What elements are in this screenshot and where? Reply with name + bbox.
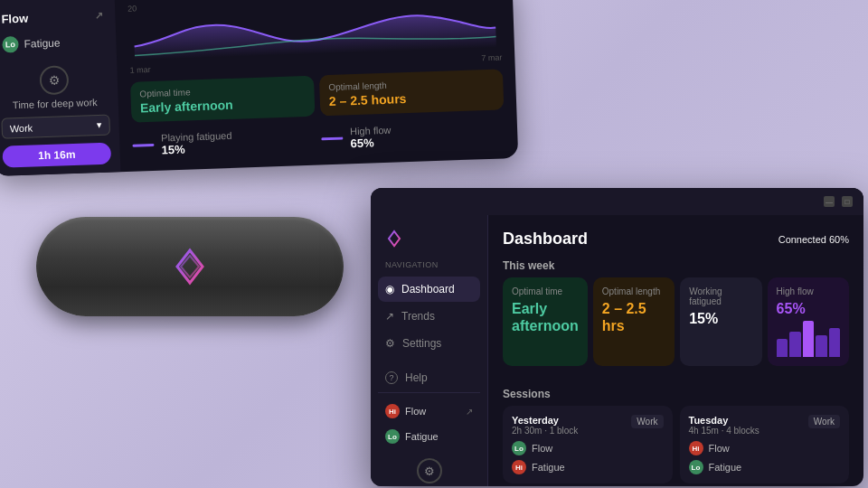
tl-high-flow: High flow 65% xyxy=(321,117,505,155)
bar-4 xyxy=(816,335,826,357)
tag-label-flow-0: Flow xyxy=(532,443,552,454)
week-card-optimal-time: Optimal time Early afternoon xyxy=(503,277,588,366)
sessions-label: Sessions xyxy=(503,388,849,400)
wc-val-3: 65% xyxy=(777,300,840,317)
tl-fatigue-label: Fatigue xyxy=(24,36,60,50)
tl-chart-mar-left: 1 mar xyxy=(129,65,150,75)
wc-val-1: 2 – 2.5 hrs xyxy=(602,300,665,334)
sidebar-deep-work-section: ⚙ Time for deep work xyxy=(378,451,480,486)
sidebar-flow-section: Hi Flow ↗ Lo Fatigue ⚙ Time for deep wor… xyxy=(378,392,480,486)
session-yesterday-date-block: Yesterday 2h 30m · 1 block xyxy=(512,415,578,436)
bar-3 xyxy=(803,321,814,357)
wc-label-3: High flow xyxy=(777,286,840,296)
tl-time-badge: 1h 16m xyxy=(2,143,111,168)
tl-fatigue-row: Lo Fatigue xyxy=(0,32,108,55)
sidebar-trends-label: Trends xyxy=(401,310,435,323)
week-cards-grid: Optimal time Early afternoon Optimal len… xyxy=(503,277,849,366)
tl-high-flow-val: 65% xyxy=(350,136,392,151)
tag-label-fatigue-0: Fatigue xyxy=(532,462,565,473)
session-tuesday-meta: 4h 15m · 4 blocks xyxy=(689,426,760,436)
sidebar-help-row[interactable]: ? Help xyxy=(378,365,480,390)
headband-shape xyxy=(36,217,344,316)
sidebar-item-trends[interactable]: ↗ Trends xyxy=(378,304,480,329)
sidebar-nav-label: Navigation xyxy=(378,257,480,275)
tl-optimal-length-card: Optimal length 2 – 2.5 hours xyxy=(319,69,504,116)
tl-chart-label-right: 0 xyxy=(495,0,500,1)
tag-avatar-hi-1: Hi xyxy=(689,441,703,455)
app-titlebar: — □ xyxy=(371,188,863,215)
tl-fatigue-avatar: Lo xyxy=(2,36,19,53)
trends-icon: ↗ xyxy=(385,310,394,323)
tl-line-purple-2 xyxy=(321,137,343,141)
sessions-section: Sessions Yesterday 2h 30m · 1 block Work xyxy=(503,388,849,486)
app-main: Dashboard Connected 60% This week Optima… xyxy=(488,215,863,486)
connected-val: 60% xyxy=(829,234,849,245)
minimize-button[interactable]: — xyxy=(824,196,835,207)
wc-val-2: 15% xyxy=(689,310,752,327)
this-week-label: This week xyxy=(503,259,849,272)
session-yesterday-tag-fatigue: Hi Fatigue xyxy=(512,460,664,474)
wc-label-0: Optimal time xyxy=(512,286,579,296)
session-tuesday-date: Tuesday xyxy=(689,415,760,426)
session-tuesday-date-block: Tuesday 4h 15m · 4 blocks xyxy=(689,415,760,436)
tl-stats-row: Playing fatigued 15% High flow 65% xyxy=(132,117,505,161)
headband-logo xyxy=(168,245,212,288)
tag-label-flow-1: Flow xyxy=(709,443,730,454)
session-yesterday-tag-flow: Lo Flow xyxy=(512,441,664,455)
session-yesterday-header: Yesterday 2h 30m · 1 block Work xyxy=(512,415,664,436)
tag-avatar-hi-0: Hi xyxy=(512,460,526,474)
sidebar-fatigue-row[interactable]: Lo Fatigue xyxy=(378,426,480,447)
session-tuesday: Tuesday 4h 15m · 4 blocks Work Hi Flow L… xyxy=(680,406,850,483)
tl-optimal-time-card: Optimal time Early afternoon xyxy=(130,76,315,123)
app-body: Navigation ◉ Dashboard ↗ Trends ⚙ Settin… xyxy=(371,215,863,486)
sidebar-gear-icon: ⚙ xyxy=(417,458,442,483)
tl-sidebar: Flow ↗ Lo Fatigue ⚙ Time for deep work W… xyxy=(0,0,120,176)
flow-export-icon: ↗ xyxy=(466,407,473,417)
tl-gear-icon: ⚙ xyxy=(39,65,69,95)
session-yesterday-meta: 2h 30m · 1 block xyxy=(512,426,578,436)
session-yesterday-badge: Work xyxy=(631,415,663,428)
app-sidebar: Navigation ◉ Dashboard ↗ Trends ⚙ Settin… xyxy=(371,215,488,486)
sidebar-item-dashboard[interactable]: ◉ Dashboard xyxy=(378,277,480,302)
session-tuesday-header: Tuesday 4h 15m · 4 blocks Work xyxy=(689,415,841,436)
connected-label: Connected xyxy=(778,234,826,245)
tl-deep-work: ⚙ Time for deep work xyxy=(0,64,109,111)
tl-chevron-icon: ▾ xyxy=(96,119,101,131)
sidebar-fatigue-label: Fatigue xyxy=(405,431,439,442)
session-tuesday-tag-fatigue: Lo Fatigue xyxy=(689,460,841,474)
dashboard-icon: ◉ xyxy=(385,283,394,296)
sidebar-help-label: Help xyxy=(405,371,428,384)
maximize-button[interactable]: □ xyxy=(842,196,853,207)
tag-avatar-lo-1: Lo xyxy=(689,460,703,474)
flow-avatar-hi: Hi xyxy=(385,404,400,418)
headband-container xyxy=(18,190,362,343)
tl-playing-fatigued-val: 15% xyxy=(161,141,232,157)
app-logo-icon xyxy=(385,230,403,248)
wc-val-0: Early afternoon xyxy=(512,300,579,334)
week-card-optimal-length: Optimal length 2 – 2.5 hrs xyxy=(593,277,675,366)
sidebar-item-settings[interactable]: ⚙ Settings xyxy=(378,331,480,356)
minimize-icon: — xyxy=(826,198,833,206)
tl-chart-label-0: 20 xyxy=(127,4,137,13)
sidebar-item-help[interactable]: ? Help xyxy=(378,365,480,390)
bar-2 xyxy=(789,332,800,357)
sidebar-dashboard-label: Dashboard xyxy=(401,283,455,296)
bar-1 xyxy=(777,339,788,357)
tl-flow-label: Flow xyxy=(1,12,28,26)
week-card-high-flow: High flow 65% xyxy=(768,277,849,366)
dash-connected: Connected 60% xyxy=(778,234,849,245)
wc-label-1: Optimal length xyxy=(602,286,665,296)
tl-chart-mar-right: 7 mar xyxy=(481,52,502,62)
settings-icon: ⚙ xyxy=(385,337,395,350)
sidebar-flow-row[interactable]: Hi Flow ↗ xyxy=(378,400,480,422)
session-yesterday: Yesterday 2h 30m · 1 block Work Lo Flow … xyxy=(503,406,673,483)
top-left-card: Flow ↗ Lo Fatigue ⚙ Time for deep work W… xyxy=(0,0,518,176)
sidebar-logo-row xyxy=(378,226,480,255)
tag-label-fatigue-1: Fatigue xyxy=(709,462,742,473)
session-tuesday-tag-flow: Hi Flow xyxy=(689,441,841,455)
tl-flow-row: Flow ↗ xyxy=(0,7,107,28)
tag-avatar-lo-0: Lo xyxy=(512,441,526,455)
tl-work-select[interactable]: Work ▾ xyxy=(1,115,110,139)
tl-deep-label: Time for deep work xyxy=(13,97,98,110)
sidebar-flow-label: Flow xyxy=(405,406,426,417)
